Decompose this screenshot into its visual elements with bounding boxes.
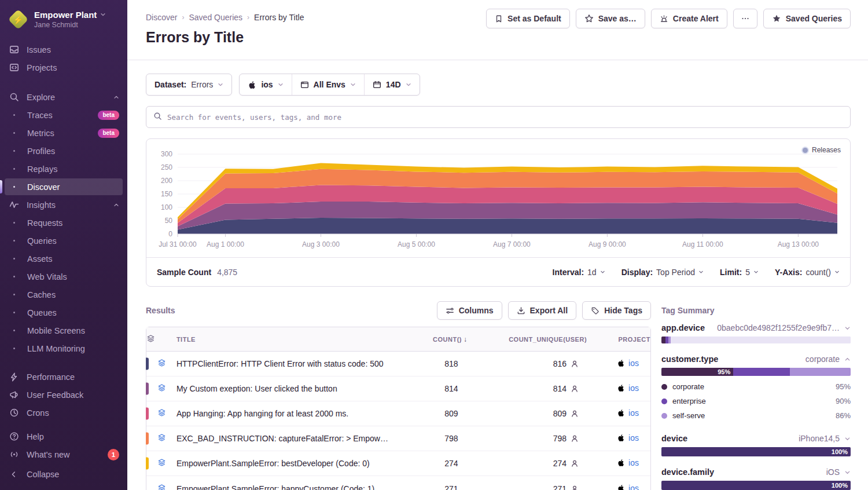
error-title-cell[interactable]: EmpowerPlant.SampleError: happyCustomer …	[176, 476, 396, 490]
org-switcher[interactable]: ⚡ Empower Plant Jane Schmidt	[0, 7, 127, 35]
count-cell: 798	[396, 426, 468, 451]
svg-text:Aug 7 00:00: Aug 7 00:00	[493, 240, 531, 248]
sidebar-collapse-button[interactable]: Collapse	[0, 465, 127, 483]
project-link[interactable]: ios	[628, 433, 639, 443]
count-unique-cell: 798	[553, 434, 567, 443]
projects-icon	[8, 63, 20, 72]
export-all-button[interactable]: Export All	[508, 301, 577, 320]
sidebar-item-queries[interactable]: Queries	[0, 232, 127, 250]
svg-text:300: 300	[161, 150, 172, 158]
sidebar-item-web-vitals[interactable]: Web Vitals	[0, 268, 127, 286]
save-as-button[interactable]: Save as…	[576, 9, 645, 28]
create-alert-button[interactable]: Create Alert	[651, 9, 727, 28]
discover-chart[interactable]: 050100150200250300Jul 31 00:00Aug 1 00:0…	[146, 139, 850, 255]
svg-text:Aug 1 00:00: Aug 1 00:00	[207, 240, 244, 248]
date-range-filter[interactable]: 14D	[364, 74, 420, 95]
expand-stack-icon[interactable]	[157, 359, 166, 367]
svg-text:Aug 11 00:00: Aug 11 00:00	[682, 240, 723, 248]
person-icon	[571, 360, 579, 368]
sidebar-item-issues[interactable]: Issues	[0, 41, 127, 58]
sidebar-item-llm-monitoring[interactable]: LLM Monitoring	[0, 339, 127, 357]
expand-stack-icon[interactable]	[157, 458, 166, 467]
sidebar-section-explore[interactable]: Explore	[0, 88, 127, 106]
svg-text:Aug 5 00:00: Aug 5 00:00	[398, 240, 435, 248]
tag-distribution-bar[interactable]	[661, 337, 851, 343]
expand-stack-icon[interactable]	[157, 484, 166, 490]
search-input[interactable]	[167, 113, 843, 122]
tag-legend-row[interactable]: enterprise 90%	[661, 394, 851, 408]
interval-selector[interactable]: Interval: 1d	[553, 268, 605, 277]
sidebar-item-user-feedback[interactable]: User Feedback	[0, 386, 127, 404]
sidebar-item-replays[interactable]: Replays	[0, 160, 127, 178]
sidebar-item-crons[interactable]: Crons	[0, 404, 127, 422]
tag-header[interactable]: device iPhone14,5	[661, 434, 851, 443]
sidebar-item-assets[interactable]: Assets	[0, 250, 127, 268]
tag-distribution-bar[interactable]: 100%	[661, 447, 851, 456]
columns-button[interactable]: Columns	[437, 301, 502, 320]
table-row: App Hanging: App hanging for at least 20…	[146, 401, 650, 426]
tag-header[interactable]: device.family iOS	[661, 467, 851, 477]
tag-distribution-bar[interactable]: 95%	[661, 368, 851, 376]
expand-stack-icon[interactable]	[157, 408, 166, 417]
sidebar-item-performance[interactable]: Performance	[0, 368, 127, 386]
sidebar-item-metrics[interactable]: Metrics beta	[0, 124, 127, 142]
sidebar-item-queues[interactable]: Queues	[0, 303, 127, 321]
limit-selector[interactable]: Limit: 5	[720, 268, 759, 277]
project-link[interactable]: ios	[628, 359, 639, 368]
project-filter[interactable]: ios	[240, 74, 291, 95]
breadcrumb-separator: ›	[247, 13, 249, 21]
breadcrumb-discover[interactable]: Discover	[146, 13, 177, 22]
hide-tags-button[interactable]: Hide Tags	[582, 301, 651, 320]
expand-stack-icon[interactable]	[157, 383, 166, 392]
error-title-cell[interactable]: EmpowerPlant.SampleError: bestDeveloper …	[176, 451, 396, 476]
tag-header[interactable]: app.device 0baebc0de4982f1255f2e9e9fb7…	[661, 323, 851, 332]
column-header-count-unique[interactable]: COUNT_UNIQUE(USER)	[467, 327, 587, 352]
chevron-down-icon	[844, 469, 851, 476]
project-link[interactable]: ios	[628, 484, 639, 490]
set-as-default-button[interactable]: Set as Default	[486, 9, 570, 28]
sidebar-item-discover[interactable]: Discover	[0, 178, 127, 196]
error-title-cell[interactable]: My Custom exeption: User clicked the but…	[176, 376, 396, 401]
column-header-title[interactable]: TITLE	[176, 327, 396, 352]
environment-filter[interactable]: All Envs	[292, 74, 364, 95]
error-title-cell[interactable]: App Hanging: App hanging for at least 20…	[176, 401, 396, 426]
bullet-dot	[13, 312, 15, 313]
sidebar-item-projects[interactable]: Projects	[0, 58, 127, 76]
page-filters: ios All Envs 14D	[239, 74, 420, 96]
dataset-selector[interactable]: Dataset: Errors	[146, 74, 232, 96]
tag-header[interactable]: customer.type corporate	[661, 354, 851, 364]
sidebar-item-traces[interactable]: Traces beta	[0, 106, 127, 124]
error-title-cell[interactable]: EXC_BAD_INSTRUCTION: captureFatalError: …	[176, 426, 396, 451]
sidebar-item-caches[interactable]: Caches	[0, 286, 127, 303]
saved-queries-button[interactable]: Saved Queries	[763, 9, 851, 28]
error-title-cell[interactable]: HTTPClientError: HTTP Client Error with …	[176, 352, 396, 376]
breadcrumb-saved-queries[interactable]: Saved Queries	[189, 13, 242, 22]
person-icon	[571, 385, 579, 393]
yaxis-selector[interactable]: Y-Axis: count()	[775, 268, 840, 277]
breadcrumb-current: Errors by Title	[254, 13, 304, 22]
display-selector[interactable]: Display: Top Period	[621, 268, 704, 277]
column-header-project[interactable]: PROJECT	[587, 327, 650, 352]
sidebar-item-help[interactable]: Help	[0, 427, 127, 445]
chart-legend[interactable]: Releases	[803, 146, 841, 154]
project-link[interactable]: ios	[628, 408, 639, 418]
sliders-icon	[446, 306, 454, 315]
column-header-count[interactable]: COUNT()↓	[396, 327, 468, 352]
more-options-button[interactable]	[733, 9, 757, 28]
tag-legend-row[interactable]: self-serve 86%	[661, 408, 851, 423]
project-link[interactable]: ios	[628, 458, 639, 467]
sidebar-item-profiles[interactable]: Profiles	[0, 142, 127, 160]
sidebar-item-whats-new[interactable]: What's new 1	[0, 445, 127, 463]
count-cell: 274	[396, 451, 468, 476]
tag-distribution-bar[interactable]: 100%	[661, 481, 851, 490]
tag-icon	[591, 306, 599, 315]
apple-icon	[617, 484, 625, 490]
sidebar-item-requests[interactable]: Requests	[0, 214, 127, 232]
chevron-up-icon	[113, 202, 119, 208]
expand-stack-icon[interactable]	[157, 433, 166, 442]
tag-legend-row[interactable]: corporate 95%	[661, 379, 851, 394]
sidebar-section-insights[interactable]: Insights	[0, 196, 127, 214]
sidebar-item-mobile-screens[interactable]: Mobile Screens	[0, 321, 127, 339]
user-name: Jane Schmidt	[34, 21, 106, 29]
project-link[interactable]: ios	[628, 383, 639, 393]
